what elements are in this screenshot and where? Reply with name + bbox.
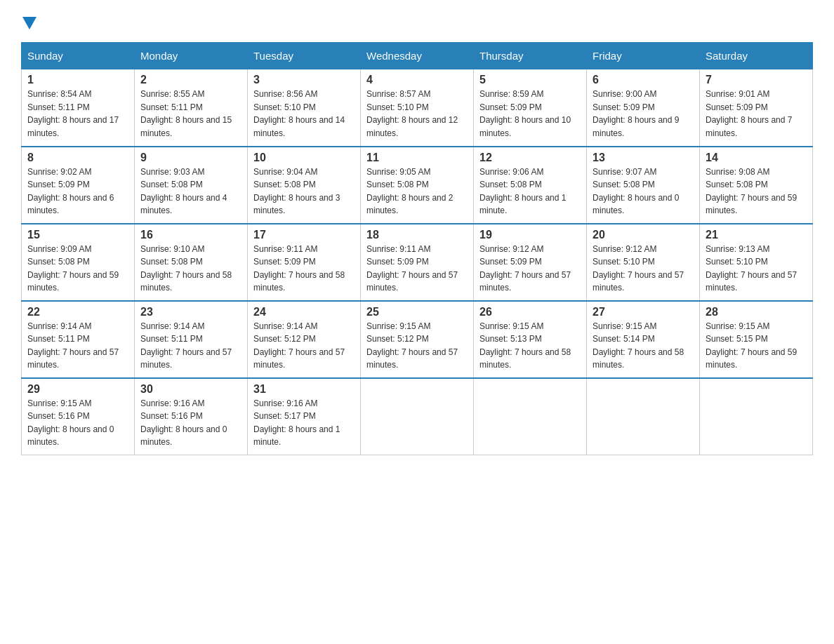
day-number: 13 xyxy=(593,152,694,164)
calendar-cell: 11Sunrise: 9:05 AMSunset: 5:08 PMDayligh… xyxy=(361,147,474,224)
day-number: 27 xyxy=(593,306,694,318)
day-info: Sunrise: 9:14 AMSunset: 5:11 PMDaylight:… xyxy=(140,320,241,372)
day-number: 29 xyxy=(27,383,128,396)
day-number: 12 xyxy=(479,152,581,164)
logo-arrow-icon xyxy=(22,17,37,29)
day-info: Sunrise: 8:54 AMSunset: 5:11 PMDaylight:… xyxy=(27,88,128,140)
day-info: Sunrise: 9:12 AMSunset: 5:09 PMDaylight:… xyxy=(479,243,581,295)
day-number: 15 xyxy=(27,229,128,241)
calendar-cell: 1Sunrise: 8:54 AMSunset: 5:11 PMDaylight… xyxy=(22,69,135,147)
calendar-cell: 9Sunrise: 9:03 AMSunset: 5:08 PMDaylight… xyxy=(135,147,248,224)
calendar-cell: 22Sunrise: 9:14 AMSunset: 5:11 PMDayligh… xyxy=(22,301,135,378)
calendar-cell: 12Sunrise: 9:06 AMSunset: 5:08 PMDayligh… xyxy=(474,147,587,224)
calendar-cell: 27Sunrise: 9:15 AMSunset: 5:14 PMDayligh… xyxy=(587,301,700,378)
day-number: 23 xyxy=(140,306,241,318)
day-number: 11 xyxy=(366,152,468,164)
day-info: Sunrise: 9:06 AMSunset: 5:08 PMDaylight:… xyxy=(479,166,581,217)
logo xyxy=(21,14,37,28)
calendar-cell: 23Sunrise: 9:14 AMSunset: 5:11 PMDayligh… xyxy=(135,301,248,378)
calendar-cell: 17Sunrise: 9:11 AMSunset: 5:09 PMDayligh… xyxy=(248,224,361,301)
day-number: 10 xyxy=(253,152,355,164)
day-info: Sunrise: 9:10 AMSunset: 5:08 PMDaylight:… xyxy=(140,243,241,295)
calendar-cell: 3Sunrise: 8:56 AMSunset: 5:10 PMDaylight… xyxy=(248,69,361,147)
calendar-table: SundayMondayTuesdayWednesdayThursdayFrid… xyxy=(21,42,813,455)
calendar-cell: 15Sunrise: 9:09 AMSunset: 5:08 PMDayligh… xyxy=(22,224,135,301)
day-number: 2 xyxy=(140,74,241,86)
calendar-cell: 7Sunrise: 9:01 AMSunset: 5:09 PMDaylight… xyxy=(700,69,813,147)
day-info: Sunrise: 9:15 AMSunset: 5:13 PMDaylight:… xyxy=(479,320,581,372)
day-info: Sunrise: 9:12 AMSunset: 5:10 PMDaylight:… xyxy=(593,243,694,295)
calendar-cell: 8Sunrise: 9:02 AMSunset: 5:09 PMDaylight… xyxy=(22,147,135,224)
page-header xyxy=(21,14,813,28)
calendar-cell xyxy=(474,378,587,455)
calendar-cell: 31Sunrise: 9:16 AMSunset: 5:17 PMDayligh… xyxy=(248,378,361,455)
day-info: Sunrise: 9:11 AMSunset: 5:09 PMDaylight:… xyxy=(366,243,468,295)
day-number: 31 xyxy=(253,383,355,396)
calendar-cell: 4Sunrise: 8:57 AMSunset: 5:10 PMDaylight… xyxy=(361,69,474,147)
day-number: 6 xyxy=(593,74,694,86)
day-number: 30 xyxy=(140,383,241,396)
day-info: Sunrise: 9:16 AMSunset: 5:16 PMDaylight:… xyxy=(140,397,241,449)
day-number: 22 xyxy=(27,306,128,318)
day-info: Sunrise: 9:07 AMSunset: 5:08 PMDaylight:… xyxy=(593,166,694,217)
calendar-cell: 10Sunrise: 9:04 AMSunset: 5:08 PMDayligh… xyxy=(248,147,361,224)
calendar-cell: 13Sunrise: 9:07 AMSunset: 5:08 PMDayligh… xyxy=(587,147,700,224)
day-info: Sunrise: 8:59 AMSunset: 5:09 PMDaylight:… xyxy=(479,88,581,140)
day-info: Sunrise: 8:55 AMSunset: 5:11 PMDaylight:… xyxy=(140,88,241,140)
calendar-cell: 21Sunrise: 9:13 AMSunset: 5:10 PMDayligh… xyxy=(700,224,813,301)
day-info: Sunrise: 9:04 AMSunset: 5:08 PMDaylight:… xyxy=(253,166,355,217)
header-cell-sunday: Sunday xyxy=(22,43,135,69)
day-info: Sunrise: 9:09 AMSunset: 5:08 PMDaylight:… xyxy=(27,243,128,295)
day-number: 28 xyxy=(706,306,807,318)
day-info: Sunrise: 9:15 AMSunset: 5:14 PMDaylight:… xyxy=(593,320,694,372)
header-cell-friday: Friday xyxy=(587,43,700,69)
day-number: 9 xyxy=(140,152,241,164)
calendar-cell: 6Sunrise: 9:00 AMSunset: 5:09 PMDaylight… xyxy=(587,69,700,147)
calendar-cell: 5Sunrise: 8:59 AMSunset: 5:09 PMDaylight… xyxy=(474,69,587,147)
calendar-cell: 2Sunrise: 8:55 AMSunset: 5:11 PMDaylight… xyxy=(135,69,248,147)
day-info: Sunrise: 8:56 AMSunset: 5:10 PMDaylight:… xyxy=(253,88,355,140)
header-cell-tuesday: Tuesday xyxy=(248,43,361,69)
day-number: 7 xyxy=(706,74,807,86)
header-cell-thursday: Thursday xyxy=(474,43,587,69)
day-info: Sunrise: 9:14 AMSunset: 5:11 PMDaylight:… xyxy=(27,320,128,372)
day-number: 19 xyxy=(479,229,581,241)
day-info: Sunrise: 9:16 AMSunset: 5:17 PMDaylight:… xyxy=(253,397,355,449)
header-cell-wednesday: Wednesday xyxy=(361,43,474,69)
day-info: Sunrise: 9:11 AMSunset: 5:09 PMDaylight:… xyxy=(253,243,355,295)
day-info: Sunrise: 9:00 AMSunset: 5:09 PMDaylight:… xyxy=(593,88,694,140)
day-info: Sunrise: 9:15 AMSunset: 5:16 PMDaylight:… xyxy=(27,397,128,449)
day-info: Sunrise: 9:15 AMSunset: 5:15 PMDaylight:… xyxy=(706,320,807,372)
calendar-cell xyxy=(700,378,813,455)
calendar-week-3: 15Sunrise: 9:09 AMSunset: 5:08 PMDayligh… xyxy=(22,224,813,301)
calendar-week-4: 22Sunrise: 9:14 AMSunset: 5:11 PMDayligh… xyxy=(22,301,813,378)
header-cell-monday: Monday xyxy=(135,43,248,69)
calendar-week-2: 8Sunrise: 9:02 AMSunset: 5:09 PMDaylight… xyxy=(22,147,813,224)
day-info: Sunrise: 9:15 AMSunset: 5:12 PMDaylight:… xyxy=(366,320,468,372)
day-number: 25 xyxy=(366,306,468,318)
day-number: 5 xyxy=(479,74,581,86)
day-info: Sunrise: 8:57 AMSunset: 5:10 PMDaylight:… xyxy=(366,88,468,140)
day-number: 3 xyxy=(253,74,355,86)
day-info: Sunrise: 9:13 AMSunset: 5:10 PMDaylight:… xyxy=(706,243,807,295)
day-number: 26 xyxy=(479,306,581,318)
day-info: Sunrise: 9:14 AMSunset: 5:12 PMDaylight:… xyxy=(253,320,355,372)
calendar-cell: 25Sunrise: 9:15 AMSunset: 5:12 PMDayligh… xyxy=(361,301,474,378)
day-info: Sunrise: 9:08 AMSunset: 5:08 PMDaylight:… xyxy=(706,166,807,217)
day-number: 8 xyxy=(27,152,128,164)
day-number: 18 xyxy=(366,229,468,241)
calendar-cell: 18Sunrise: 9:11 AMSunset: 5:09 PMDayligh… xyxy=(361,224,474,301)
calendar-week-5: 29Sunrise: 9:15 AMSunset: 5:16 PMDayligh… xyxy=(22,378,813,455)
calendar-cell xyxy=(587,378,700,455)
calendar-cell: 28Sunrise: 9:15 AMSunset: 5:15 PMDayligh… xyxy=(700,301,813,378)
day-number: 20 xyxy=(593,229,694,241)
day-number: 21 xyxy=(706,229,807,241)
day-info: Sunrise: 9:03 AMSunset: 5:08 PMDaylight:… xyxy=(140,166,241,217)
day-info: Sunrise: 9:01 AMSunset: 5:09 PMDaylight:… xyxy=(706,88,807,140)
header-row: SundayMondayTuesdayWednesdayThursdayFrid… xyxy=(22,43,813,69)
calendar-cell: 14Sunrise: 9:08 AMSunset: 5:08 PMDayligh… xyxy=(700,147,813,224)
day-number: 14 xyxy=(706,152,807,164)
day-number: 16 xyxy=(140,229,241,241)
calendar-cell: 24Sunrise: 9:14 AMSunset: 5:12 PMDayligh… xyxy=(248,301,361,378)
day-info: Sunrise: 9:02 AMSunset: 5:09 PMDaylight:… xyxy=(27,166,128,217)
